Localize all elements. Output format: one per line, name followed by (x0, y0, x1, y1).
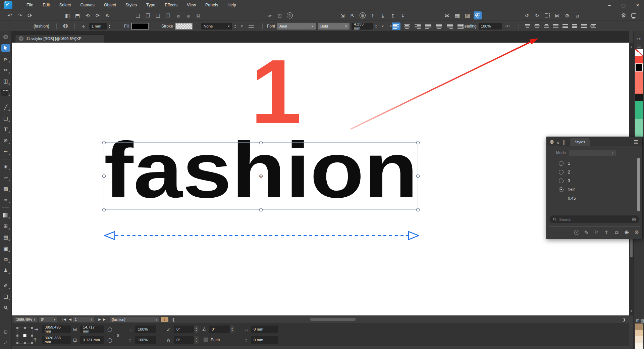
paragraph-more-icon[interactable] (588, 22, 596, 30)
pattern-fill-icon[interactable] (453, 11, 461, 19)
swatch-black-selected[interactable] (635, 63, 643, 71)
line-tool[interactable]: ╱ (1, 104, 10, 111)
trapezoid-tool[interactable]: ▱ (1, 174, 10, 182)
flip-horizontal-icon[interactable] (64, 11, 71, 19)
raise-icon[interactable] (389, 11, 396, 19)
button-tool[interactable]: ▣ (1, 245, 10, 252)
skew-y-stepper[interactable]: ▲▼ (194, 336, 199, 344)
page-tool[interactable]: ❏ (1, 293, 10, 300)
warp-ccw-icon[interactable] (523, 11, 531, 19)
justify-right-icon[interactable] (445, 22, 454, 30)
skew-y-field[interactable]: 0° (174, 336, 194, 344)
flip-vertical-icon[interactable] (74, 11, 81, 19)
swatch-offwhite[interactable] (635, 343, 643, 349)
scale-x-field[interactable]: 100% (135, 326, 156, 333)
apply-style-icon[interactable]: ✓ (574, 230, 579, 235)
page-number-select[interactable]: 1∨ (73, 317, 94, 322)
previous-page-icon[interactable] (66, 317, 74, 322)
align-center-icon[interactable] (402, 22, 411, 30)
rotation-select[interactable]: 0°∨ (39, 317, 57, 322)
proportional-toggle-top[interactable] (107, 326, 112, 333)
panel-close-icon[interactable]: ✕ (1, 33, 10, 41)
bring-to-front-icon[interactable] (369, 11, 376, 19)
radio-icon[interactable] (559, 179, 564, 183)
import-icon[interactable] (339, 11, 346, 19)
horizontal-scroll-thumb[interactable] (310, 318, 356, 321)
align-left-icon[interactable] (392, 22, 400, 30)
boolean-intersect-icon[interactable] (154, 11, 162, 19)
panel-close-icon[interactable] (549, 138, 554, 146)
color-blend-icon[interactable] (474, 11, 482, 19)
menu-object[interactable]: Object (99, 3, 121, 7)
tag-style-icon[interactable] (593, 228, 599, 236)
rectangle-tool[interactable]: ▢ (1, 115, 10, 122)
proportional-toggle-bottom[interactable] (107, 336, 112, 344)
bricks-tool[interactable]: ▤ (1, 234, 10, 241)
y-position-field[interactable]: 3026.368 mm (42, 336, 71, 344)
boolean-divide-icon[interactable] (174, 11, 182, 19)
swatch-green[interactable] (635, 101, 643, 119)
transform-gear-icon[interactable] (564, 11, 571, 19)
row-align-middle-icon[interactable] (570, 22, 579, 30)
menu-panels[interactable]: Panels (201, 3, 223, 7)
stroke-options-icon[interactable] (248, 22, 255, 30)
hatch-fill-icon[interactable] (464, 11, 471, 19)
settings-gear-icon[interactable] (620, 11, 627, 19)
first-page-icon[interactable] (60, 317, 67, 322)
maximize-button[interactable] (620, 1, 627, 9)
menu-file[interactable]: File (22, 3, 38, 7)
rotate-page-icon[interactable] (104, 11, 111, 19)
duplicate-style-icon[interactable] (613, 228, 620, 236)
frame-icon[interactable] (276, 11, 283, 19)
marquee-tool[interactable] (1, 89, 10, 96)
font-size-dropdown-icon[interactable] (379, 22, 386, 30)
printer-icon[interactable] (630, 11, 637, 19)
swatch-cream[interactable] (635, 336, 643, 343)
eyedropper-tool[interactable]: ✐ (1, 282, 10, 289)
height-field[interactable]: 3.131 mm (80, 336, 104, 344)
expand-corner-icon[interactable]: ◲ (1, 328, 10, 335)
minimize-button[interactable] (606, 1, 613, 9)
shapes-group-tool[interactable]: ⧉ (1, 256, 10, 263)
zoom-tool[interactable] (1, 304, 10, 311)
circled-frame-icon[interactable] (359, 11, 366, 19)
fill-swatch[interactable] (131, 23, 149, 30)
lower-icon[interactable] (399, 11, 407, 19)
add-style-icon[interactable] (624, 228, 630, 236)
radio-selected-icon[interactable] (559, 187, 564, 192)
move-origin-icon[interactable] (80, 22, 87, 30)
skew-x-stepper[interactable]: ▲▼ (194, 326, 199, 333)
valign-middle-icon[interactable] (533, 22, 541, 30)
menu-type[interactable]: Type (142, 3, 160, 7)
menu-help[interactable]: Help (223, 3, 241, 7)
style-option-3[interactable]: 3 (559, 177, 642, 185)
font-size-field[interactable]: 4.233 mm (352, 23, 373, 30)
fashion-text[interactable]: fashion (104, 126, 418, 214)
style-option-1[interactable]: 1 (559, 159, 642, 168)
resize-diagonal-icon[interactable]: ⤢ (1, 339, 10, 346)
menu-styles[interactable]: Styles (121, 3, 142, 7)
butterfly-mesh-tool[interactable]: ❦ (1, 163, 10, 170)
menu-edit[interactable]: Edit (38, 3, 55, 7)
offset-x-field[interactable]: 0 mm (251, 326, 278, 333)
panel-collapse-icon[interactable] (556, 138, 560, 146)
boolean-merge-icon[interactable] (195, 11, 202, 19)
offset-stepper[interactable]: ▲▼ (109, 24, 111, 29)
mode-select[interactable]: ∨ (569, 150, 616, 156)
radio-icon[interactable] (559, 161, 564, 166)
rotate-circle-icon[interactable] (286, 11, 293, 19)
quill-icon[interactable] (266, 11, 273, 19)
stroke-type-select[interactable]: None∨ (201, 23, 232, 30)
offset-y-field[interactable]: 0 mm (251, 336, 278, 344)
map-grid-tool[interactable]: ⊞ (1, 222, 10, 230)
stroke-swatch[interactable] (175, 23, 193, 30)
styles-scroll-thumb[interactable] (637, 158, 640, 211)
swatch-coral[interactable] (635, 71, 643, 94)
search-input[interactable] (559, 217, 630, 221)
stroke-dropdown-icon[interactable] (238, 22, 246, 30)
send-to-back-icon[interactable] (379, 11, 386, 19)
gradient-tool[interactable] (1, 211, 10, 219)
edit-style-icon[interactable] (583, 228, 589, 236)
canvas[interactable]: 1 fashion (12, 43, 629, 315)
boolean-union-icon[interactable] (134, 11, 142, 19)
